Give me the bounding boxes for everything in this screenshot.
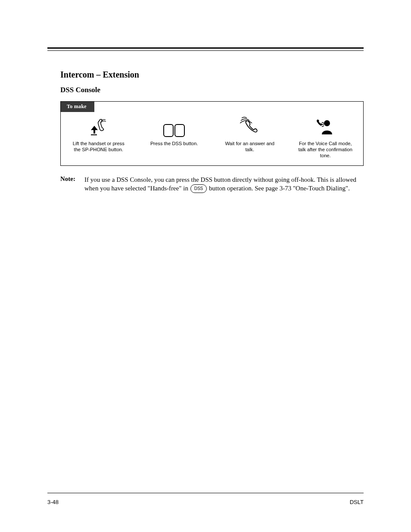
note-text: button operation. See page 3-73 (209, 185, 293, 192)
handset-ringing-icon (240, 115, 260, 138)
procedure-steps: Lift the handset or press the SP-PHONE b… (61, 102, 363, 165)
dss-key-icon: DSS (190, 184, 207, 193)
step-lift-handset: Lift the handset or press the SP-PHONE b… (69, 117, 128, 152)
svg-line-4 (322, 126, 324, 127)
note-block: Note: If you use a DSS Console, you can … (60, 175, 364, 193)
footer-rule (47, 493, 364, 493)
step-voice-call: For the Voice Call mode, talk after the … (296, 117, 355, 159)
step-press-dss: Press the DSS button. (145, 117, 204, 146)
dss-button-icon (163, 123, 185, 138)
header-rule (47, 0, 364, 51)
step-wait-answer: Wait for an answer and talk. (221, 117, 279, 152)
handset-up-icon (88, 118, 109, 138)
step-label: For the Voice Call mode, talk after the … (296, 140, 355, 159)
page-number: 3-48 (47, 499, 59, 505)
procedure-label: To make (61, 102, 94, 112)
step-label: Lift the handset or press the SP-PHONE b… (69, 140, 128, 152)
note-body: If you use a DSS Console, you can press … (84, 175, 364, 193)
procedure-box: To make (60, 101, 364, 166)
step-label: Press the DSS button. (150, 140, 198, 146)
feature-title: Intercom – Extension (60, 70, 364, 80)
person-talking-icon (316, 117, 335, 138)
svg-rect-0 (91, 134, 97, 135)
section-label: DSLT (350, 499, 364, 505)
svg-line-2 (322, 122, 324, 123)
manual-page: Intercom – Extension DSS Console To make (0, 0, 411, 532)
step-label: Wait for an answer and talk. (221, 140, 279, 152)
note-text: . (348, 185, 350, 192)
note-label: Note: (60, 175, 84, 193)
note-link: "One-Touch Dialing" (293, 185, 348, 192)
feature-subtitle: DSS Console (60, 86, 364, 94)
page-footer: 3-48 DSLT (47, 499, 364, 505)
svg-point-1 (324, 120, 330, 126)
